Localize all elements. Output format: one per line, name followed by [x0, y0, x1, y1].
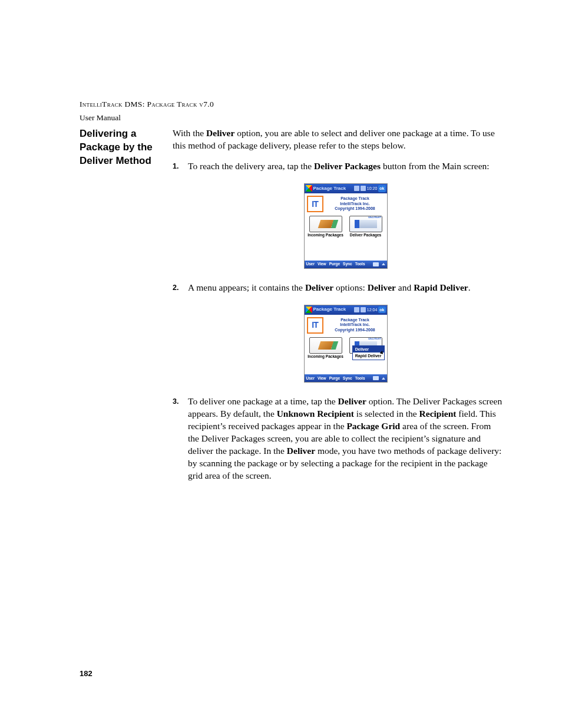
clock: 12:04: [367, 307, 378, 312]
intellitrack-logo-icon: IT: [307, 317, 323, 334]
keyboard-icon[interactable]: [373, 376, 379, 380]
app-name: Package Track: [326, 318, 385, 322]
company-name: IntelliTrack Inc.: [326, 322, 385, 327]
term-deliver: Deliver: [206, 128, 234, 138]
menu-purge[interactable]: Purge: [329, 376, 340, 381]
ok-button[interactable]: ok: [378, 307, 385, 313]
keyboard-icon[interactable]: [373, 262, 379, 266]
menu-user[interactable]: User: [306, 262, 315, 267]
deliver-packages-label: Deliver Packages: [350, 233, 381, 238]
copyright: Copyright 1994-2008: [326, 328, 385, 332]
menu-item-rapid-deliver[interactable]: Rapid Deliver: [353, 353, 384, 359]
figure-2: Package Track 12:04 ok IT Package Tr: [188, 305, 503, 383]
keyboard-caret-icon[interactable]: [382, 263, 385, 265]
pda-main-screen: Package Track 10:20 ok IT Package Tr: [304, 183, 388, 269]
company-name: IntelliTrack Inc.: [326, 202, 385, 206]
term-package-grid: Package Grid: [346, 421, 400, 431]
term-deliver: Deliver: [338, 396, 366, 406]
menu-sync[interactable]: Sync: [343, 262, 352, 267]
pda-info-row: IT Package Track IntelliTrack Inc. Copyr…: [305, 193, 387, 215]
menu-purge[interactable]: Purge: [329, 262, 340, 267]
pda-titlebar: Package Track 12:04 ok: [305, 305, 387, 315]
running-header-product: IntelliTrack DMS: Package Track v7.0: [80, 99, 503, 110]
step-1: 1. To reach the delivery area, tap the D…: [173, 160, 503, 269]
text: options:: [333, 282, 368, 292]
intro-paragraph: With the Deliver option, you are able to…: [173, 127, 503, 152]
text: A menu appears; it contains the: [188, 282, 305, 292]
page-number: 182: [80, 669, 92, 678]
volume-icon[interactable]: [361, 186, 366, 191]
incoming-packages-button[interactable]: Incoming Packages: [307, 337, 345, 360]
term-rapid-deliver: Rapid Deliver: [414, 282, 468, 292]
app-name: Package Track: [326, 196, 385, 201]
pda-menubar: User View Purge Sync Tools: [305, 374, 387, 382]
manual-page: IntelliTrack DMS: Package Track v7.0 Use…: [0, 0, 562, 728]
two-column-layout: Delivering a Package by the Deliver Meth…: [80, 127, 503, 490]
ok-button[interactable]: ok: [378, 185, 385, 192]
deliver-packages-button[interactable]: Deliver Packages: [347, 216, 385, 238]
text: is selected in the: [354, 409, 419, 419]
body-column: With the Deliver option, you are able to…: [173, 127, 503, 490]
running-header-doctype: User Manual: [80, 113, 503, 123]
incoming-packages-label: Incoming Packages: [308, 354, 343, 360]
menu-tools[interactable]: Tools: [355, 262, 365, 267]
step-list: 1. To reach the delivery area, tap the D…: [173, 160, 503, 482]
term-recipient: Recipient: [419, 409, 457, 419]
pda-info-row: IT Package Track IntelliTrack Inc. Copyr…: [305, 315, 387, 336]
step-number: 1.: [173, 162, 178, 172]
pda-button-row: Incoming Packages Deliver Packages: [305, 215, 387, 241]
pda-titlebar: Package Track 10:20 ok: [305, 184, 387, 193]
start-icon[interactable]: [306, 185, 312, 192]
menu-item-deliver[interactable]: Deliver: [353, 346, 384, 353]
text: and: [396, 282, 414, 292]
text: To deliver one package at a time, tap th…: [188, 396, 338, 406]
term-deliver-packages: Deliver Packages: [314, 161, 381, 171]
section-heading: Delivering a Package by the Deliver Meth…: [80, 127, 168, 490]
term-deliver: Deliver: [305, 282, 333, 292]
pda-app-title: Package Track: [313, 186, 346, 192]
volume-icon[interactable]: [361, 307, 366, 312]
incoming-packages-icon: [309, 337, 342, 354]
term-deliver: Deliver: [368, 282, 396, 292]
text: .: [468, 282, 471, 292]
incoming-packages-icon: [309, 216, 342, 232]
keyboard-caret-icon[interactable]: [382, 377, 385, 380]
step-number: 3.: [173, 397, 178, 407]
text: To reach the delivery area, tap the: [188, 161, 314, 171]
pda-info-text: Package Track IntelliTrack Inc. Copyrigh…: [326, 318, 385, 332]
menu-tools[interactable]: Tools: [355, 376, 365, 381]
deliver-packages-icon: [349, 216, 382, 232]
connectivity-icon[interactable]: [354, 307, 359, 312]
pda-info-text: Package Track IntelliTrack Inc. Copyrigh…: [326, 196, 385, 211]
copyright: Copyright 1994-2008: [326, 206, 385, 211]
menu-sync[interactable]: Sync: [343, 376, 352, 381]
text: With the: [173, 128, 206, 138]
menu-view[interactable]: View: [318, 262, 326, 267]
clock: 10:20: [367, 186, 378, 191]
incoming-packages-button[interactable]: Incoming Packages: [307, 216, 345, 238]
pda-menubar: User View Purge Sync Tools: [305, 261, 387, 268]
text: button from the Main screen:: [381, 161, 490, 171]
term-unknown-recipient: Unknown Recipient: [277, 409, 354, 419]
intellitrack-logo-icon: IT: [307, 196, 323, 212]
step-2: 2. A menu appears; it contains the Deliv…: [173, 282, 503, 383]
step-number: 2.: [173, 283, 178, 293]
term-deliver: Deliver: [287, 446, 315, 456]
pda-deliver-menu-screen: Package Track 12:04 ok IT Package Tr: [304, 305, 388, 383]
menu-view[interactable]: View: [318, 376, 326, 381]
step-3: 3. To deliver one package at a time, tap…: [173, 396, 503, 482]
figure-1: Package Track 10:20 ok IT Package Tr: [188, 183, 503, 269]
start-icon[interactable]: [306, 307, 312, 313]
incoming-packages-label: Incoming Packages: [308, 233, 343, 238]
pda-app-title: Package Track: [313, 307, 346, 313]
connectivity-icon[interactable]: [354, 186, 359, 191]
menu-user[interactable]: User: [306, 376, 315, 381]
